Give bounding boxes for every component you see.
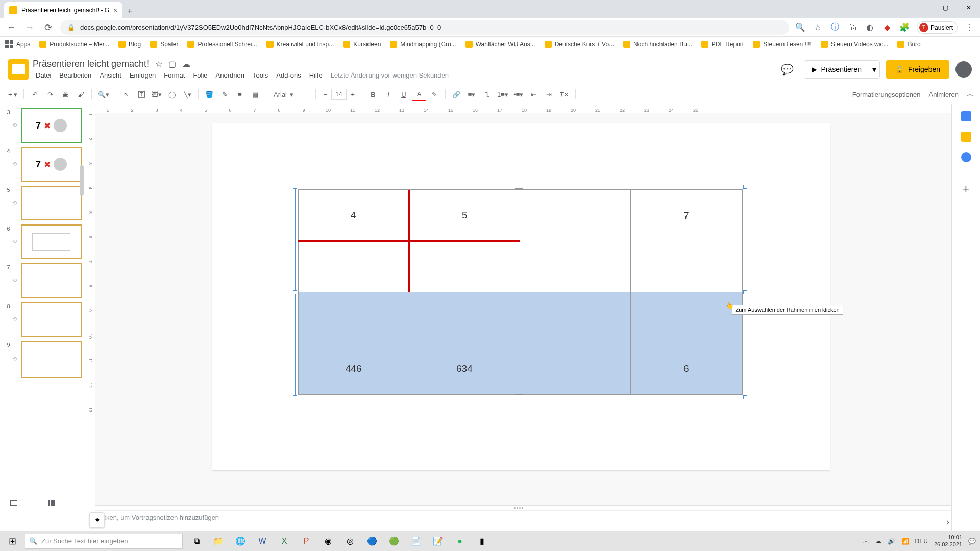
border-color-button[interactable]: ✎	[218, 88, 231, 101]
notes-resize-grip[interactable]	[85, 505, 951, 510]
animate-button[interactable]: Animieren	[928, 91, 959, 98]
table-cell[interactable]: 634	[409, 343, 520, 394]
menu-addons[interactable]: Add-ons	[273, 70, 304, 80]
fill-color-button[interactable]: 🪣	[203, 88, 216, 101]
account-avatar[interactable]	[955, 61, 972, 78]
bold-button[interactable]: B	[366, 88, 380, 101]
bookmark-item[interactable]: Produktsuche – Mer...	[39, 41, 109, 48]
table-cell[interactable]	[298, 241, 409, 292]
resize-handle-br[interactable]	[743, 395, 747, 399]
line-spacing-button[interactable]: ⇅	[480, 88, 494, 101]
extension-icon-3[interactable]: ◐	[865, 22, 875, 33]
close-tab-icon[interactable]: ×	[113, 6, 117, 14]
transition-icon[interactable]: ⟲	[12, 199, 19, 207]
resize-handle-tl[interactable]	[293, 185, 297, 189]
notifications-icon[interactable]: 💬	[968, 538, 976, 545]
bookmark-item[interactable]: Mindmapping (Gru...	[390, 41, 456, 48]
chrome-icon[interactable]: 🔵	[361, 531, 383, 552]
start-button[interactable]: ⊞	[0, 531, 24, 552]
slide-thumb-3[interactable]: 7✖	[21, 108, 82, 143]
browser-tab[interactable]: Präsentieren leicht gemacht! - G ×	[4, 2, 122, 18]
text-color-button[interactable]: A	[412, 88, 426, 101]
grid-view-icon[interactable]	[48, 500, 55, 506]
bookmark-item[interactable]: Steuern Lesen !!!!	[753, 41, 812, 48]
file-explorer-icon[interactable]: 📁	[208, 531, 229, 552]
table-cell[interactable]	[520, 343, 631, 394]
bookmark-item[interactable]: Blog	[118, 41, 141, 48]
forward-button[interactable]: →	[23, 21, 36, 34]
new-tab-button[interactable]: +	[122, 4, 137, 18]
comments-button[interactable]: 💬	[777, 59, 798, 80]
menu-view[interactable]: Ansicht	[96, 70, 125, 80]
star-document-icon[interactable]: ☆	[155, 59, 162, 69]
table-cell[interactable]	[298, 292, 409, 343]
transition-icon[interactable]: ⟲	[12, 161, 19, 168]
document-title[interactable]: Präsentieren leicht gemacht!	[33, 59, 149, 69]
task-view-button[interactable]: ⧉	[186, 531, 207, 552]
table-drag-grip-top[interactable]	[515, 188, 525, 190]
slide-thumb-4[interactable]: 7✖	[21, 147, 82, 182]
spotify-icon[interactable]: ●	[449, 531, 471, 552]
wifi-icon[interactable]: 📶	[901, 538, 909, 545]
app-icon[interactable]: ▮	[471, 531, 493, 552]
calendar-addon-icon[interactable]	[961, 111, 971, 121]
new-slide-button[interactable]: + ▾	[6, 88, 19, 101]
table-cell[interactable]	[520, 292, 631, 343]
numbered-list-button[interactable]: 1≡▾	[496, 88, 510, 101]
slide-canvas[interactable]: 4 5 7	[212, 123, 830, 470]
zoom-button[interactable]: 🔍▾	[96, 88, 111, 101]
table-cell[interactable]	[520, 190, 631, 241]
taskbar-search[interactable]: 🔍 Zur Suche Text hier eingeben	[24, 534, 183, 549]
table-drag-grip-bottom[interactable]	[515, 394, 525, 396]
select-tool[interactable]: ↖	[119, 88, 133, 101]
edge-icon-2[interactable]: 🟢	[383, 531, 405, 552]
slide-thumb-7[interactable]	[21, 263, 82, 298]
present-dropdown[interactable]: ▾	[869, 65, 879, 74]
slide-table[interactable]: 4 5 7	[298, 190, 742, 394]
transition-icon[interactable]: ⟲	[12, 238, 19, 245]
print-button[interactable]: 🖶	[59, 88, 72, 101]
table-cell[interactable]	[631, 292, 742, 343]
underline-button[interactable]: U	[397, 88, 410, 101]
extensions-puzzle-icon[interactable]: 🧩	[899, 22, 910, 33]
share-button[interactable]: 🔒 Freigeben	[886, 60, 949, 79]
powerpoint-icon[interactable]: P	[296, 531, 317, 552]
transition-icon[interactable]: ⟲	[12, 316, 19, 323]
italic-button[interactable]: I	[382, 88, 395, 101]
filmstrip-scrollbar[interactable]	[80, 165, 84, 196]
filmstrip-view-icon[interactable]	[10, 500, 17, 506]
resize-handle-ml[interactable]	[293, 290, 297, 294]
bookmark-item[interactable]: Kreativität und Insp...	[266, 41, 334, 48]
zoom-icon[interactable]: 🔍	[795, 22, 805, 33]
slide-thumb-5[interactable]	[21, 186, 82, 220]
table-cell[interactable]: 4	[298, 190, 409, 241]
language-indicator[interactable]: DEU	[915, 538, 928, 545]
slides-logo-icon[interactable]	[8, 59, 29, 80]
clock[interactable]: 10:01 26.02.2021	[934, 534, 962, 547]
border-weight-button[interactable]: ≡	[233, 88, 247, 101]
clear-format-button[interactable]: T✕	[558, 88, 571, 101]
bookmark-item[interactable]: Büro	[897, 41, 920, 48]
horizontal-ruler[interactable]: 1234567891011121314151617181920212223242…	[85, 104, 951, 113]
slide-thumb-8[interactable]	[21, 302, 82, 337]
speaker-notes[interactable]: Klicken, um Vortragsnotizen hinzuzufügen	[85, 510, 951, 531]
bookmark-item[interactable]: PDF Report	[701, 41, 744, 48]
add-addon-button[interactable]: +	[963, 183, 969, 196]
menu-file[interactable]: Datei	[33, 70, 54, 80]
font-size-decrease[interactable]: −	[320, 91, 330, 98]
table-cell[interactable]: 446	[298, 343, 409, 394]
transition-icon[interactable]: ⟲	[12, 356, 19, 363]
bookmark-item[interactable]: Noch hochladen Bu...	[623, 41, 692, 48]
slide-thumb-9[interactable]	[21, 341, 82, 378]
menu-insert[interactable]: Einfügen	[127, 70, 159, 80]
bookmark-item[interactable]: Steuern Videos wic...	[821, 41, 889, 48]
shape-tool[interactable]: ◯	[165, 88, 179, 101]
table-cell[interactable]: 5	[409, 190, 520, 241]
format-options-button[interactable]: Formatierungsoptionen	[852, 91, 921, 98]
highlight-button[interactable]: ✎	[428, 88, 441, 101]
bookmark-item[interactable]: Professionell Schrei...	[187, 41, 257, 48]
reload-button[interactable]: ⟳	[42, 21, 54, 34]
app-icon[interactable]: 📄	[405, 531, 427, 552]
table-cell[interactable]	[520, 241, 631, 292]
table-cell[interactable]	[409, 241, 520, 292]
